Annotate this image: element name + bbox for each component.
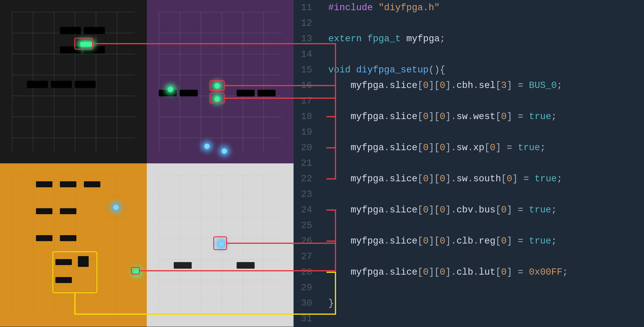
code-line[interactable]: extern fpga_t myfpga; bbox=[328, 31, 568, 47]
code-line[interactable]: } bbox=[328, 296, 568, 311]
code-line[interactable] bbox=[328, 156, 568, 171]
code-line[interactable] bbox=[328, 187, 568, 202]
line-number: 28 bbox=[294, 264, 312, 280]
code-token: ; bbox=[551, 202, 557, 218]
code-token: myfpga bbox=[350, 78, 384, 93]
code-token: [ bbox=[484, 140, 490, 156]
code-line[interactable]: myfpga.slice[0][0].sw.south[0] = true; bbox=[328, 171, 568, 187]
code-line[interactable] bbox=[328, 124, 568, 140]
code-token: ]. bbox=[445, 233, 456, 249]
code-token: true bbox=[529, 233, 551, 249]
code-token: . bbox=[384, 202, 390, 218]
code-token: [ bbox=[418, 233, 423, 249]
code-token: ][ bbox=[429, 109, 440, 124]
code-token: . bbox=[473, 202, 479, 218]
code-token: ] = bbox=[507, 78, 529, 93]
line-number: 13 bbox=[294, 31, 312, 47]
code-token: sw bbox=[456, 171, 468, 187]
line-number: 22 bbox=[294, 171, 312, 187]
code-token: 0 bbox=[423, 109, 429, 124]
code-token: [ bbox=[495, 264, 501, 280]
code-token: ; bbox=[557, 78, 563, 93]
code-token: sw bbox=[456, 109, 468, 124]
line-number: 18 bbox=[294, 109, 312, 124]
code-token: true bbox=[534, 171, 557, 187]
code-token: 0 bbox=[423, 171, 429, 187]
code-line[interactable]: void diyfpga_setup(){ bbox=[328, 62, 568, 78]
code-body[interactable]: #include "diyfpga.h"extern fpga_t myfpga… bbox=[321, 0, 568, 327]
code-token: slice bbox=[390, 109, 418, 124]
code-token: ; bbox=[551, 233, 557, 249]
code-token: . bbox=[473, 233, 479, 249]
code-line[interactable]: myfpga.slice[0][0].sw.xp[0] = true; bbox=[328, 140, 568, 156]
code-token: myfpga bbox=[350, 264, 384, 280]
line-number-gutter: 1112131415161718192021222324252627282930… bbox=[294, 0, 321, 327]
code-line[interactable]: myfpga.slice[0][0].cbh.sel[3] = BUS_0; bbox=[328, 78, 568, 93]
code-token: west bbox=[473, 109, 495, 124]
code-token: [ bbox=[501, 171, 507, 187]
code-token: ] = bbox=[507, 264, 529, 280]
code-token: sw bbox=[456, 140, 468, 156]
code-token: slice bbox=[390, 202, 418, 218]
code-token: ][ bbox=[429, 78, 440, 93]
code-token: slice bbox=[390, 171, 418, 187]
code-token: ; bbox=[551, 109, 557, 124]
code-token: 0 bbox=[501, 202, 507, 218]
code-token: . bbox=[473, 264, 479, 280]
code-token: fpga_t bbox=[367, 31, 406, 47]
code-token: . bbox=[468, 109, 473, 124]
code-token: slice bbox=[390, 264, 418, 280]
line-number: 20 bbox=[294, 140, 312, 156]
green-led-icon bbox=[168, 87, 173, 92]
code-token: ] = bbox=[512, 171, 534, 187]
code-token: ][ bbox=[429, 202, 440, 218]
code-token: 0 bbox=[440, 202, 445, 218]
code-token: [ bbox=[495, 78, 501, 93]
code-line[interactable] bbox=[328, 249, 568, 264]
code-token: myfpga bbox=[406, 31, 440, 47]
code-token: "diyfpga.h" bbox=[378, 0, 440, 16]
code-token: lut bbox=[479, 264, 495, 280]
code-line[interactable]: #include "diyfpga.h" bbox=[328, 0, 568, 16]
code-line[interactable] bbox=[328, 16, 568, 31]
code-line[interactable] bbox=[328, 47, 568, 62]
code-token: #include bbox=[328, 0, 378, 16]
code-token: ; bbox=[540, 140, 546, 156]
line-number: 27 bbox=[294, 249, 312, 264]
code-token: 0 bbox=[423, 78, 429, 93]
code-token: ]. bbox=[445, 109, 456, 124]
code-token: myfpga bbox=[350, 202, 384, 218]
code-line[interactable] bbox=[328, 311, 568, 327]
code-line[interactable]: myfpga.slice[0][0].clb.reg[0] = true; bbox=[328, 233, 568, 249]
code-token: ; bbox=[557, 171, 563, 187]
code-line[interactable] bbox=[328, 280, 568, 296]
code-token: 0 bbox=[423, 233, 429, 249]
code-line[interactable]: myfpga.slice[0][0].sw.west[0] = true; bbox=[328, 109, 568, 124]
code-token: [ bbox=[418, 202, 423, 218]
code-line[interactable] bbox=[328, 218, 568, 233]
code-token: . bbox=[468, 140, 473, 156]
code-line[interactable] bbox=[328, 93, 568, 109]
code-line[interactable]: myfpga.slice[0][0].cbv.bus[0] = true; bbox=[328, 202, 568, 218]
code-token: [ bbox=[418, 264, 423, 280]
code-token: cbh bbox=[456, 78, 473, 93]
code-token: 0 bbox=[423, 140, 429, 156]
code-token: extern bbox=[328, 31, 367, 47]
code-token: 0 bbox=[501, 264, 507, 280]
line-number: 16 bbox=[294, 78, 312, 93]
code-line[interactable]: myfpga.slice[0][0].clb.lut[0] = 0x00FF; bbox=[328, 264, 568, 280]
code-token: true bbox=[529, 109, 551, 124]
code-token: clb bbox=[456, 264, 473, 280]
line-number: 19 bbox=[294, 124, 312, 140]
code-editor[interactable]: 1112131415161718192021222324252627282930… bbox=[294, 0, 644, 327]
code-token: slice bbox=[390, 78, 418, 93]
code-token: void bbox=[328, 62, 356, 78]
code-token: . bbox=[468, 171, 473, 187]
green-led-icon bbox=[134, 269, 139, 275]
code-token: } bbox=[328, 296, 334, 311]
code-token: south bbox=[473, 171, 501, 187]
code-token: ] = bbox=[507, 109, 529, 124]
code-token: myfpga bbox=[350, 109, 384, 124]
line-number: 14 bbox=[294, 47, 312, 62]
code-token: 0 bbox=[501, 109, 507, 124]
